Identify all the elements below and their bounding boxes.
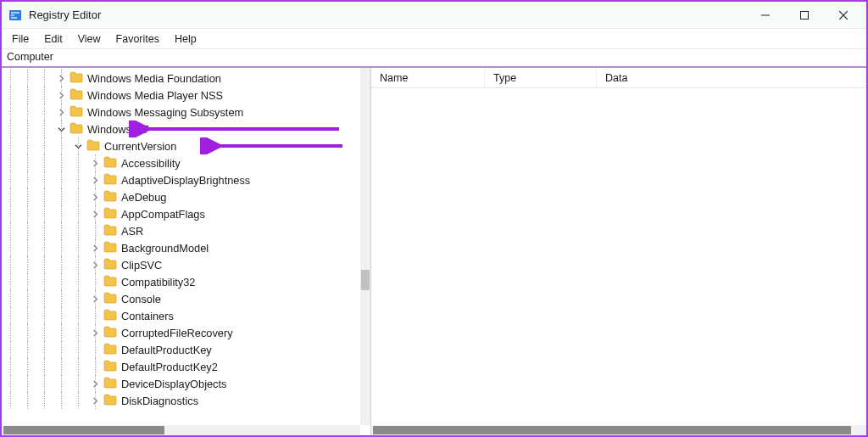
close-button[interactable] (824, 3, 863, 28)
tree-item[interactable]: Accessibility (2, 154, 360, 171)
tree-item-label: DefaultProductKey (121, 344, 212, 356)
tree-item-label: AdaptiveDisplayBrightness (121, 174, 250, 187)
tree-tee (86, 222, 103, 239)
svg-rect-3 (11, 17, 17, 19)
folder-icon (103, 156, 121, 171)
tree-tee (86, 358, 103, 375)
folder-icon (103, 173, 121, 188)
svg-rect-4 (801, 11, 809, 19)
chevron-right-icon[interactable] (86, 392, 103, 409)
tree-item[interactable]: Console (2, 290, 360, 307)
menu-favorites[interactable]: Favorites (109, 31, 166, 48)
folder-icon (103, 292, 121, 306)
tree-item-label: Accessibility (121, 157, 181, 170)
tree-item[interactable]: ASR (2, 222, 360, 239)
tree-tee (86, 273, 103, 290)
tree-item[interactable]: Containers (2, 307, 360, 324)
folder-icon (103, 275, 121, 289)
folder-icon (103, 309, 121, 323)
folder-icon (103, 190, 121, 204)
tree-item[interactable]: AdaptiveDisplayBrightness (2, 171, 360, 188)
tree-horizontal-scrollbar[interactable] (2, 425, 360, 435)
list-horizontal-scrollbar[interactable] (371, 425, 866, 435)
chevron-right-icon[interactable] (86, 324, 103, 341)
titlebar: Registry Editor (2, 2, 866, 29)
folder-icon (103, 224, 121, 238)
address-bar[interactable]: Computer (2, 49, 866, 68)
tree-item[interactable]: AppCompatFlags (2, 205, 360, 222)
tree-item-label: Compatibility32 (121, 276, 196, 289)
column-data[interactable]: Data (597, 69, 866, 87)
tree-item[interactable]: Windows Media Foundation (2, 70, 360, 87)
chevron-right-icon[interactable] (53, 70, 70, 87)
tree-item-label: ASR (121, 225, 143, 238)
folder-icon (70, 105, 87, 120)
tree-panel: Windows Media FoundationWindows Media Pl… (2, 68, 371, 435)
folder-icon (103, 326, 121, 340)
chevron-right-icon[interactable] (86, 154, 103, 171)
maximize-button[interactable] (785, 3, 824, 28)
tree-item-label: DeviceDisplayObjects (121, 378, 226, 390)
folder-icon (103, 360, 121, 374)
tree-item[interactable]: Windows Media Player NSS (2, 87, 360, 104)
tree-item-label: ClipSVC (121, 259, 162, 272)
chevron-right-icon[interactable] (86, 205, 103, 222)
tree-item-label: AppCompatFlags (121, 208, 205, 221)
list-body[interactable] (371, 88, 866, 435)
chevron-right-icon[interactable] (86, 239, 103, 256)
tree-item[interactable]: DiskDiagnostics (2, 392, 360, 409)
folder-icon (103, 377, 121, 391)
folder-icon (70, 88, 87, 103)
tree-tee (86, 341, 103, 358)
menu-view[interactable]: View (71, 31, 108, 48)
column-type[interactable]: Type (485, 69, 597, 87)
chevron-down-icon[interactable] (53, 120, 70, 137)
tree-item-label: Windows Media Foundation (87, 72, 221, 85)
tree-item-label: Windows Messaging Subsystem (87, 106, 243, 119)
tree-item[interactable]: CurrentVersion (2, 137, 360, 154)
chevron-right-icon[interactable] (53, 87, 70, 104)
menu-file[interactable]: File (5, 31, 36, 48)
tree-item-label: DefaultProductKey2 (121, 361, 218, 373)
tree-item[interactable]: BackgroundModel (2, 239, 360, 256)
chevron-right-icon[interactable] (53, 104, 70, 120)
chevron-right-icon[interactable] (86, 188, 103, 205)
list-panel: Name Type Data (371, 68, 866, 435)
tree-item-label: CurrentVersion (104, 140, 176, 153)
tree-item-label: Console (121, 293, 161, 305)
chevron-down-icon[interactable] (70, 137, 86, 154)
tree-vertical-scrollbar[interactable] (360, 68, 370, 425)
menu-edit[interactable]: Edit (37, 31, 70, 48)
folder-icon (86, 139, 104, 154)
tree-item[interactable]: DeviceDisplayObjects (2, 375, 360, 392)
tree-item-label: Containers (121, 310, 174, 322)
tree-item-label: Windows Media Player NSS (87, 89, 223, 102)
menu-help[interactable]: Help (168, 31, 203, 48)
tree-item-label: BackgroundModel (121, 242, 209, 255)
tree-item[interactable]: Windows NT (2, 120, 360, 137)
folder-icon (103, 207, 121, 221)
tree-item[interactable]: Compatibility32 (2, 273, 360, 290)
regedit-icon (8, 8, 22, 22)
chevron-right-icon[interactable] (86, 256, 103, 273)
chevron-right-icon[interactable] (86, 171, 103, 188)
tree-item[interactable]: DefaultProductKey2 (2, 358, 360, 375)
folder-icon (103, 241, 121, 255)
tree-item-label: CorruptedFileRecovery (121, 327, 233, 339)
chevron-right-icon[interactable] (86, 290, 103, 307)
tree-item[interactable]: CorruptedFileRecovery (2, 324, 360, 341)
tree-item-label: AeDebug (121, 191, 166, 204)
tree-item-label: DiskDiagnostics (121, 395, 198, 407)
column-name[interactable]: Name (371, 69, 485, 87)
tree-item[interactable]: AeDebug (2, 188, 360, 205)
minimize-button[interactable] (746, 3, 785, 28)
tree-item-label: Windows NT (87, 123, 149, 136)
chevron-right-icon[interactable] (86, 375, 103, 392)
tree-item[interactable]: ClipSVC (2, 256, 360, 273)
svg-rect-2 (11, 14, 14, 16)
folder-icon (70, 71, 87, 86)
tree-item[interactable]: Windows Messaging Subsystem (2, 104, 360, 120)
tree-scroll: Windows Media FoundationWindows Media Pl… (2, 68, 370, 435)
registry-editor-window: Registry Editor File Edit View Favorites… (0, 0, 868, 437)
tree-item[interactable]: DefaultProductKey (2, 341, 360, 358)
